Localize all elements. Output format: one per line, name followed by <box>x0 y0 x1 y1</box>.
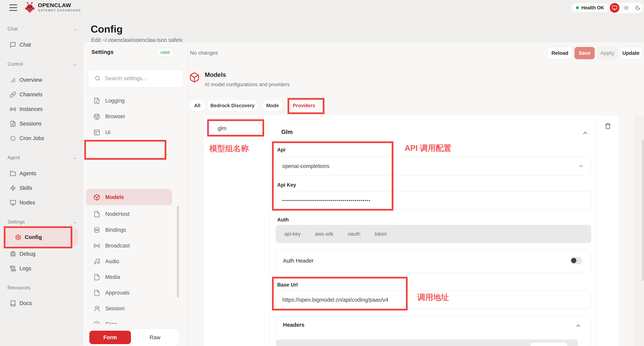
settings-item-nodehost[interactable]: NodeHost <box>86 208 185 220</box>
sidebar-item-cron-jobs[interactable]: Cron Jobs <box>0 133 80 144</box>
sidebar-item-sessions[interactable]: Sessions <box>0 118 80 129</box>
base-url-input[interactable]: https://open.bigmodel.cn/api/coding/paas… <box>276 291 591 309</box>
api-key-input[interactable]: ••••••••••••••••••••••••••••••••••••••••… <box>276 191 591 210</box>
collapse-minus-icon[interactable] <box>73 156 78 161</box>
light-theme-button[interactable] <box>621 3 631 13</box>
raw-view-button[interactable]: Raw <box>131 335 179 341</box>
settings-item-broadcast[interactable]: Broadcast <box>86 240 185 252</box>
hamburger-menu-icon[interactable] <box>9 4 17 11</box>
sidebar-group-agent: Agent <box>8 155 20 160</box>
headers-section: Headers <box>276 316 591 346</box>
system-theme-button[interactable] <box>610 3 620 13</box>
gear-icon <box>15 234 21 240</box>
filter-chip-bedrock-discovery[interactable]: Bedrock Discovery <box>207 100 258 112</box>
reload-button[interactable]: Reload <box>548 47 572 59</box>
auth-option-oauth[interactable]: oauth <box>348 231 360 237</box>
bug-icon <box>10 251 16 257</box>
zap-icon <box>10 185 16 191</box>
sidebar-item-chat[interactable]: Chat <box>0 39 80 50</box>
sidebar-item-nodes[interactable]: Nodes <box>0 197 80 208</box>
sidebar-item-agents[interactable]: Agents <box>0 168 80 179</box>
settings-item-models[interactable]: Models <box>86 191 185 203</box>
users-icon <box>94 305 100 312</box>
settings-item-media[interactable]: Media <box>86 271 185 283</box>
divider <box>83 324 188 324</box>
auth-header-toggle[interactable] <box>570 257 582 264</box>
clock-icon <box>94 321 100 324</box>
collapse-minus-icon[interactable] <box>73 220 78 225</box>
update-button[interactable]: Update <box>620 47 642 59</box>
sidebar-item-docs[interactable]: Docs <box>0 298 80 309</box>
divider <box>188 66 644 66</box>
auth-option-token[interactable]: token <box>375 231 387 237</box>
sidebar-item-instances[interactable]: Instances <box>0 104 80 115</box>
settings-item-browser[interactable]: Browser <box>86 111 185 123</box>
music-icon <box>94 258 100 265</box>
page-title: Config <box>91 23 123 35</box>
filter-chip-mode[interactable]: Mode <box>262 100 283 112</box>
settings-item-cron[interactable]: Cron <box>86 318 185 324</box>
sidebar-group-settings: Settings <box>8 219 25 225</box>
headers-label: Headers <box>283 322 304 328</box>
apply-button[interactable]: Apply <box>597 47 618 59</box>
sidebar-item-debug[interactable]: Debug <box>0 248 80 260</box>
settings-item-session[interactable]: Session <box>86 303 185 315</box>
file-text-icon <box>10 121 16 127</box>
save-button[interactable]: Save <box>574 47 595 59</box>
theme-switcher <box>609 2 644 13</box>
settings-list-scrollbar[interactable] <box>177 206 179 298</box>
settings-item-audio[interactable]: Audio <box>86 255 185 267</box>
chrome-icon <box>94 113 100 120</box>
file-icon <box>94 211 100 217</box>
health-label: Health OK <box>582 5 604 10</box>
provider-key-input[interactable]: glm <box>210 122 261 135</box>
layout-icon <box>94 129 100 136</box>
view-mode-toggle: Form Raw <box>86 329 179 346</box>
monitor-icon <box>10 199 16 206</box>
openclaw-logo <box>24 2 36 13</box>
filter-chip-providers[interactable]: Providers <box>290 100 319 112</box>
auth-option-api-key[interactable]: api-key <box>284 231 301 237</box>
sidebar-item-overview[interactable]: Overview <box>0 74 80 86</box>
settings-item-bindings[interactable]: Bindings <box>86 224 185 236</box>
auth-option-aws-sdk[interactable]: aws-sdk <box>315 231 334 237</box>
sidebar-item-channels[interactable]: Channels <box>0 89 80 100</box>
headers-add-button[interactable] <box>530 343 568 346</box>
sidebar-item-skills[interactable]: Skills <box>0 182 80 194</box>
delete-provider-trash-icon[interactable] <box>605 123 611 130</box>
divider <box>196 115 197 346</box>
top-bar: OPENCLAW GATEWAY DASHBOARD Health OK <box>0 0 644 15</box>
sidebar-item-config[interactable]: Config <box>5 229 78 246</box>
api-select[interactable]: openai-completions <box>276 157 591 175</box>
settings-item-logging[interactable]: Logging <box>86 95 185 107</box>
settings-search-input[interactable]: Search settings... <box>88 69 183 87</box>
models-section-subtitle: AI model configurations and providers <box>205 82 290 88</box>
filter-chip-all[interactable]: All <box>189 100 206 112</box>
form-view-button[interactable]: Form <box>89 331 131 344</box>
chevron-down-icon <box>578 163 584 169</box>
file-text-icon <box>94 97 100 104</box>
main-scrollbar[interactable] <box>642 140 644 281</box>
brand-subtitle: GATEWAY DASHBOARD <box>38 9 81 12</box>
collapse-minus-icon[interactable] <box>73 27 78 32</box>
api-key-field-label: Api Key <box>277 182 296 188</box>
collapse-headers-chevron-up-icon[interactable] <box>575 323 581 329</box>
rows-icon <box>94 227 100 233</box>
settings-item-approvals[interactable]: Approvals <box>86 287 185 299</box>
auth-options-group: api-key aws-sdk oauth token <box>276 225 591 243</box>
api-field-label: Api <box>277 147 286 153</box>
loader-icon <box>10 135 16 142</box>
sidebar-item-logs[interactable]: Logs <box>0 263 80 274</box>
file-icon <box>94 274 100 281</box>
settings-item-ui[interactable]: Ui <box>86 126 185 138</box>
provider-card: Glm Api openai-completions Api Key •••••… <box>269 120 597 346</box>
collapse-minus-icon[interactable] <box>73 62 78 67</box>
folder-icon <box>10 171 16 177</box>
collapse-card-chevron-up-icon[interactable] <box>582 130 588 136</box>
dark-theme-button[interactable] <box>633 3 643 13</box>
toggle-knob <box>571 258 576 263</box>
auth-header-row: Auth Header <box>276 249 591 272</box>
divider <box>626 115 626 346</box>
sidebar-group-control: Control <box>8 61 23 67</box>
provider-card-title: Glm <box>281 129 292 135</box>
